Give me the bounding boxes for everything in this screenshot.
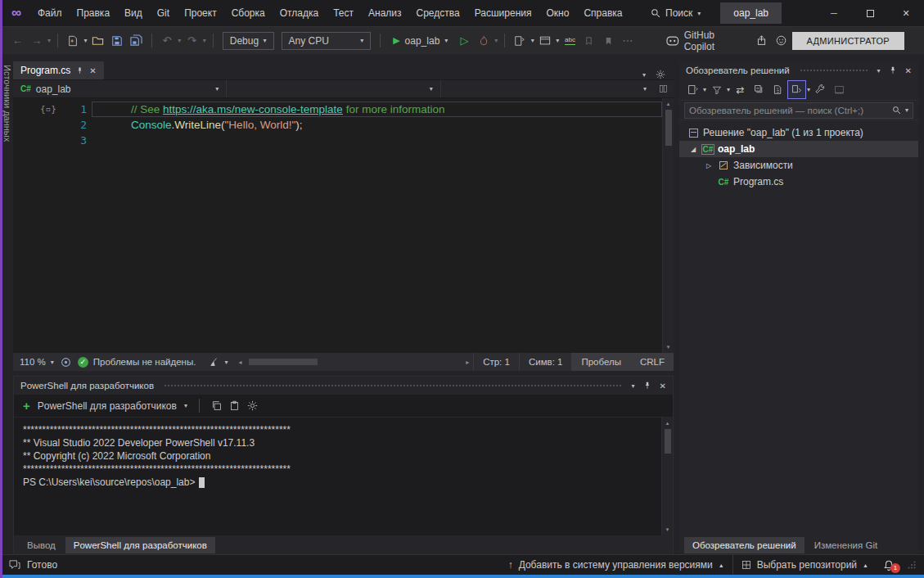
menu-item-extensions[interactable]: Расширения (467, 0, 539, 26)
member-dropdown[interactable]: ▾ (440, 80, 654, 97)
refresh-sync-icon[interactable]: ⇄ (732, 81, 749, 98)
project-dropdown[interactable]: C# oap_lab ▾ (13, 80, 226, 97)
document-list-chevron-down-icon[interactable]: ▾ (642, 71, 646, 79)
tree-item-solution[interactable]: Решение "oap_lab" (1 из 1 проекта) (679, 124, 918, 141)
search-field[interactable]: ▾ (684, 102, 913, 119)
show-all-files-icon[interactable] (769, 81, 787, 98)
find-in-files-dropdown-icon[interactable]: ▾ (556, 37, 559, 44)
horizontal-scroll-track[interactable] (244, 358, 463, 366)
filter-icon[interactable] (708, 81, 725, 98)
code-suggestions-dropdown-icon[interactable]: ▾ (531, 37, 534, 44)
code-suggestions-icon[interactable] (512, 31, 528, 51)
tree-expand-arrow-icon[interactable]: ▷ (701, 162, 716, 169)
copy-icon[interactable] (211, 400, 222, 411)
line-indicator[interactable]: Стр: 1 (473, 353, 519, 371)
drag-handle[interactable] (800, 69, 868, 73)
scrollbar-thumb[interactable] (665, 110, 672, 146)
menu-item-analyze[interactable]: Анализ (361, 0, 409, 26)
switch-views-chevron-down-icon[interactable]: ▾ (703, 86, 706, 93)
explorer-panel-tab[interactable]: Изменения Git (806, 537, 886, 553)
close-panel-icon[interactable]: ✕ (660, 382, 666, 391)
drag-handle[interactable] (164, 384, 622, 388)
editor-vertical-scrollbar[interactable]: ▴ ▾ (662, 98, 674, 353)
scrollbar-thumb[interactable] (665, 429, 671, 454)
solution-name-badge[interactable]: oap_lab (720, 2, 782, 24)
explorer-panel-tab[interactable]: Обозреватель решений (684, 537, 805, 553)
minimize-button[interactable]: ─ (816, 0, 852, 26)
scroll-left-icon[interactable]: ◂ (236, 359, 244, 366)
administrator-badge[interactable]: АДМИНИСТРАТОР (792, 32, 904, 50)
scroll-down-icon[interactable]: ▾ (666, 524, 669, 535)
sync-chevron-down-icon[interactable]: ▾ (807, 86, 810, 93)
close-tab-icon[interactable]: ✕ (89, 66, 96, 75)
new-terminal-label[interactable]: PowerShell для разработчиков (38, 400, 177, 412)
editor-health-icon[interactable] (61, 357, 71, 368)
tab-program-cs[interactable]: Program.cs ✕ (13, 61, 104, 79)
window-position-chevron-down-icon[interactable]: ▾ (632, 382, 635, 390)
start-without-debugging-icon[interactable]: ▷ (456, 31, 472, 51)
code-text[interactable] (92, 133, 662, 148)
menu-item-tools[interactable]: Средства (409, 0, 467, 26)
editor-options-gear-icon[interactable] (656, 70, 665, 79)
navigation-dropdown-icon[interactable]: ▾ (47, 37, 51, 44)
editor-horizontal-scrollbar[interactable]: ◂ ▸ (234, 353, 473, 371)
background-tasks-icon[interactable] (9, 560, 20, 570)
new-terminal-chevron-down-icon[interactable]: ▾ (184, 402, 187, 409)
share-icon[interactable] (754, 31, 770, 51)
vertical-splitter[interactable] (674, 61, 679, 554)
maximize-button[interactable] (852, 0, 888, 26)
scroll-right-icon[interactable]: ▸ (463, 359, 471, 366)
solution-search-input[interactable] (689, 106, 888, 115)
paste-icon[interactable] (229, 400, 240, 411)
collapse-all-icon[interactable] (750, 81, 768, 98)
send-feedback-icon[interactable] (773, 31, 789, 51)
open-folder-icon[interactable] (89, 31, 106, 51)
select-repository-button[interactable]: Выбрать репозиторий ▲ (732, 555, 877, 575)
zoom-dropdown[interactable]: 110 % ▾ (13, 353, 61, 371)
switch-views-icon[interactable] (684, 81, 701, 98)
menu-item-git[interactable]: Git (150, 0, 177, 26)
code-text[interactable]: Console.WriteLine("Hello, World!"); (92, 117, 662, 133)
horizontal-scroll-thumb[interactable] (249, 359, 318, 365)
code-text[interactable]: // See https://aka.ms/new-console-templa… (92, 102, 662, 117)
column-indicator[interactable]: Симв: 1 (519, 353, 572, 371)
sync-with-active-document-icon[interactable] (788, 81, 805, 98)
tree-item-dependencies[interactable]: ▷Зависимости (679, 157, 918, 174)
window-position-chevron-down-icon[interactable]: ▾ (877, 67, 881, 75)
save-icon[interactable] (109, 31, 125, 51)
properties-wrench-icon[interactable] (812, 81, 829, 98)
new-terminal-plus-icon[interactable]: + (23, 399, 30, 413)
navigate-back-icon[interactable]: ← (9, 31, 25, 51)
split-editor-icon[interactable] (654, 84, 674, 93)
close-button[interactable]: ✕ (888, 0, 924, 26)
bottom-panel-tab[interactable]: Вывод (19, 537, 64, 553)
hot-reload-icon[interactable] (476, 31, 492, 51)
data-sources-tab[interactable]: Источники данных (2, 65, 12, 142)
code-cleanup-button[interactable]: ▾ (202, 353, 234, 371)
navigate-forward-icon[interactable]: → (28, 31, 44, 51)
filter-chevron-down-icon[interactable]: ▾ (727, 86, 730, 93)
new-project-icon[interactable] (65, 31, 81, 51)
problems-indicator[interactable]: ✓ Проблемы не найдены. (71, 353, 203, 371)
solution-explorer-header[interactable]: Обозреватель решений ▾ ✕ (679, 61, 918, 79)
pin-icon[interactable] (889, 66, 897, 75)
terminal-panel-header[interactable]: PowerShell для разработчиков ▾ ✕ (14, 377, 673, 395)
start-debugging-button[interactable]: ▶ oap_lab ▾ (387, 31, 453, 51)
type-dropdown[interactable]: ▾ (226, 80, 439, 97)
github-copilot-button[interactable]: GitHub Copilot (661, 29, 751, 52)
add-to-source-control-button[interactable]: ↑ Добавить в систему управления версиями… (500, 555, 732, 575)
close-panel-icon[interactable]: ✕ (905, 66, 912, 75)
menu-item-debug[interactable]: Отладка (273, 0, 326, 26)
terminal-settings-gear-icon[interactable] (247, 400, 258, 411)
find-in-files-icon[interactable] (537, 31, 553, 51)
menu-item-file[interactable]: Файл (30, 0, 70, 26)
search-control[interactable]: Поиск ▾ (642, 0, 709, 26)
spell-check-icon[interactable]: abc (561, 31, 578, 51)
bottom-panel-tab[interactable]: PowerShell для разработчиков (65, 537, 215, 553)
tree-item-oap-lab-project[interactable]: ◢C#oap_lab (679, 141, 918, 157)
terminal-output[interactable]: ****************************************… (14, 418, 661, 535)
solution-platform-dropdown[interactable]: Any CPU ▾ (282, 32, 372, 50)
pin-icon[interactable] (76, 67, 83, 75)
line-ending-indicator[interactable]: CRLF (630, 353, 674, 371)
menu-item-build[interactable]: Сборка (224, 0, 273, 26)
